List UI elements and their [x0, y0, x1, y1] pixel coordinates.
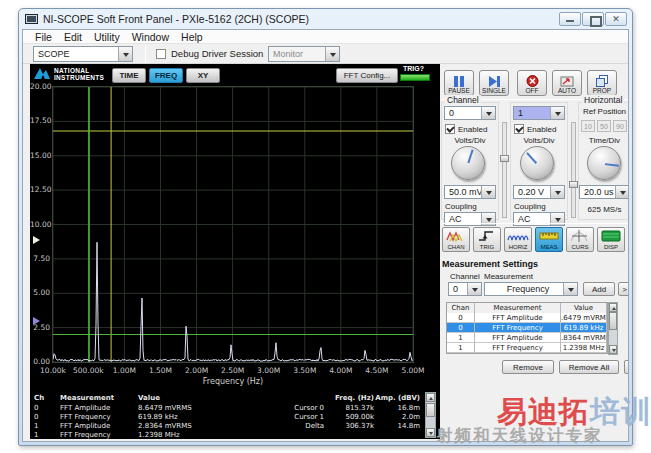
timediv-knob[interactable] [587, 146, 621, 180]
ms-table-row[interactable]: 0 FFT Frequency 619.89 kHz [447, 323, 607, 333]
ms-measurement-select[interactable]: Frequency [484, 282, 578, 296]
trig-tab-button[interactable]: TRIG [473, 227, 501, 252]
channel0-slider-handle[interactable] [500, 155, 509, 162]
maximize-button[interactable] [582, 12, 604, 26]
curs-tab-button[interactable]: CURS [566, 227, 594, 252]
y-tick-label: 20.00 [30, 82, 50, 91]
disp-tab-label: DISP [604, 244, 618, 250]
menu-item[interactable]: Window [126, 31, 175, 43]
minimize-button[interactable] [559, 12, 581, 26]
channel1-marker-icon[interactable] [33, 317, 40, 325]
ms-cell-value: 1.2398 MHz [561, 343, 607, 353]
ref-90-button[interactable]: 90 [613, 120, 627, 132]
ms-cell-measurement: FFT Amplitude [475, 313, 561, 323]
debug-mode-select[interactable]: Monitor [268, 46, 340, 62]
channel0-voltsdiv-knob[interactable] [451, 146, 485, 180]
channel1-voltsdiv-select[interactable]: 0.20 V [513, 185, 565, 199]
ref-position-label: Ref Position [578, 107, 629, 116]
remove-all-button[interactable]: Remove All [559, 360, 619, 374]
channel0-enabled-checkbox[interactable] [445, 124, 455, 134]
fft-config-button[interactable]: FFT Config... [336, 68, 398, 83]
scroll-up-icon[interactable] [426, 393, 435, 402]
ms-cell-value: 8.6479 mVRMS [561, 313, 607, 323]
curs-tab-label: CURS [571, 244, 588, 250]
ms-table-scrollbar[interactable] [608, 302, 618, 355]
debug-session-checkbox[interactable] [156, 49, 166, 59]
readout-row: 0FFT Frequency619.89 kHzCursor 1509.00k2… [30, 412, 424, 421]
channel1-enabled-checkbox[interactable] [514, 124, 524, 134]
readout-cell: Delta [268, 422, 324, 430]
device-select[interactable]: SCOPE [33, 46, 133, 62]
x-tick-label: 3.00M [257, 366, 280, 375]
menu-item[interactable]: Help [175, 31, 209, 43]
ms-table-row[interactable]: 1 FFT Amplitude 2.8364 mVRMS [447, 333, 607, 343]
horiz-tab-label: HORIZ [509, 244, 528, 250]
y-tick-label: 17.50 [30, 116, 50, 125]
ms-table-row[interactable]: 1 FFT Frequency 1.2398 MHz [447, 343, 607, 353]
horizontal-icon [507, 230, 529, 242]
scroll-up-icon[interactable] [609, 303, 617, 312]
scroll-down-icon[interactable] [426, 428, 435, 437]
ms-channel-value: 0 [453, 284, 458, 294]
expand-button[interactable]: > [624, 360, 629, 374]
horiz-tab-button[interactable]: HORIZ [504, 227, 532, 252]
channel0-select[interactable]: 0 [444, 106, 496, 120]
remove-button[interactable]: Remove [502, 360, 554, 374]
scroll-thumb[interactable] [426, 403, 435, 417]
more-measurement-button[interactable]: > [618, 282, 629, 296]
ms-channel-select[interactable]: 0 [448, 282, 482, 296]
channel1-position-slider[interactable] [571, 122, 576, 218]
single-acq-icon [487, 76, 501, 87]
readout-scrollbar[interactable] [425, 392, 436, 438]
display-icon [601, 230, 621, 242]
channel1-voltsdiv-label: Volts/Div [510, 136, 568, 145]
add-measurement-button[interactable]: Add [583, 282, 615, 296]
readout-cell: 815.37k [324, 404, 374, 412]
ms-table-row[interactable]: 0 FFT Amplitude 8.6479 mVRMS [447, 313, 607, 323]
disp-tab-button[interactable]: DISP [597, 227, 625, 252]
channel0-marker-icon[interactable] [33, 236, 40, 244]
channel1-select[interactable]: 1 [513, 106, 565, 120]
spectrum-plot[interactable] [52, 86, 414, 363]
meas-tab-button[interactable]: MEAS [535, 227, 563, 252]
cursors-icon [570, 230, 590, 242]
channel0-value: 0 [449, 108, 454, 118]
ms-cell-value: 2.8364 mVRMS [561, 333, 607, 343]
ni-eagle-icon [34, 67, 51, 81]
menu-item[interactable]: File [29, 31, 58, 43]
x-tick-label: 1.00M [113, 366, 136, 375]
readout-cell: Cursor 0 [268, 404, 324, 412]
channel1-slider-handle[interactable] [569, 181, 578, 188]
menu-item[interactable]: Utility [88, 31, 126, 43]
tab-xy[interactable]: XY [186, 68, 220, 83]
y-tick-label: 15.00 [30, 151, 50, 160]
scroll-thumb[interactable] [609, 312, 617, 330]
readout-cell: Value [138, 394, 238, 402]
single-button[interactable]: SINGLE [479, 70, 509, 96]
close-button[interactable] [605, 12, 627, 26]
channel1-voltsdiv-knob[interactable] [520, 146, 554, 180]
menu-item[interactable]: Edit [58, 31, 88, 43]
channel0-voltsdiv-select[interactable]: 50.0 mV [444, 185, 496, 199]
channel0-position-slider[interactable] [502, 122, 507, 218]
title-bar[interactable]: NI-SCOPE Soft Front Panel - PXIe-5162 (2… [19, 9, 632, 29]
readout-cell: 8.6479 mVRMS [138, 404, 238, 412]
ref-10-button[interactable]: 10 [581, 120, 595, 132]
auto-label: AUTO [558, 87, 576, 94]
chan-tab-button[interactable]: CHAN [442, 227, 470, 252]
readout-cell: Ch [34, 394, 60, 402]
pause-button[interactable]: PAUSE [444, 70, 474, 96]
auto-button[interactable]: AUTO [552, 70, 582, 96]
ref-50-button[interactable]: 50 [597, 120, 611, 132]
channel-section-label: Channel [445, 95, 481, 105]
tab-freq[interactable]: FREQ [149, 68, 183, 83]
timediv-select[interactable]: 20.0 us [579, 185, 629, 199]
readout-cell: 2.8364 mVRMS [138, 422, 238, 430]
off-button[interactable]: OFF [517, 70, 547, 96]
scroll-down-icon[interactable] [609, 345, 617, 354]
prop-button[interactable]: PROP [587, 70, 617, 96]
tab-time[interactable]: TIME [112, 68, 146, 83]
y-tick-label: 0.00 [30, 357, 50, 366]
ms-cell-value: 619.89 kHz [561, 323, 607, 333]
channels-icon [446, 230, 466, 242]
